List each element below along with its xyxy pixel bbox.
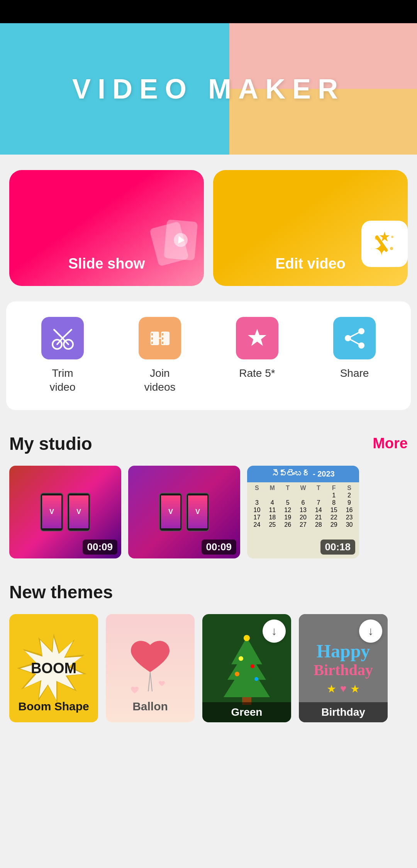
cal-day: F <box>326 485 341 492</box>
tool-share[interactable]: Share <box>333 317 376 395</box>
new-themes-section: New themes BOOM Boom Shape <box>0 566 417 730</box>
cal-cell <box>280 492 295 499</box>
theme-boom[interactable]: BOOM Boom Shape <box>9 614 98 722</box>
cal-cell: 27 <box>296 521 311 528</box>
svg-rect-17 <box>162 333 163 335</box>
svg-line-10 <box>54 330 63 338</box>
phone-screen-1: V <box>42 495 61 528</box>
ballon-label: Ballon <box>106 696 195 717</box>
themes-grid: BOOM Boom Shape <box>0 614 417 722</box>
my-studio-more[interactable]: More <box>373 435 408 452</box>
cal-cell: 24 <box>249 521 264 528</box>
status-bar <box>0 0 417 23</box>
svg-text:BOOM: BOOM <box>31 660 76 676</box>
birthday-text: Birthday <box>314 662 373 679</box>
my-studio-section: My studio More V V 00:09 <box>0 425 417 566</box>
star-deco-2: ★ <box>350 682 360 695</box>
cal-cell <box>249 492 264 499</box>
cal-cell: 8 <box>326 499 341 506</box>
play-triangle <box>178 236 185 244</box>
svg-line-25 <box>348 331 361 338</box>
studio-thumb-3[interactable]: సెప్టెంబర్ - 2023 S M T W T F S 1 2 <box>247 466 359 558</box>
tool-trim[interactable]: Trimvideo <box>41 317 84 395</box>
cal-cell: 7 <box>311 499 326 506</box>
phone-screen-4: V <box>188 495 207 528</box>
bottom-spacer <box>0 730 417 807</box>
cal-day: T <box>311 485 326 492</box>
cal-cell: 10 <box>249 507 264 514</box>
svg-text:✦: ✦ <box>374 239 389 259</box>
phone-4: V <box>186 493 209 531</box>
my-studio-header: My studio More <box>0 433 417 454</box>
phone-group-2: V V <box>159 493 209 531</box>
theme-ballon[interactable]: Ballon <box>106 614 195 722</box>
cal-cell: 29 <box>326 521 341 528</box>
join-label: Joinvideos <box>144 366 176 395</box>
slideshow-icon <box>154 221 204 267</box>
svg-line-30 <box>148 672 150 691</box>
svg-rect-13 <box>151 333 153 335</box>
theme-birthday[interactable]: Happy Birthday ★ ♥ ★ Birthday ↓ <box>299 614 388 722</box>
share-label: Share <box>340 366 369 380</box>
birthday-label: Birthday <box>299 702 388 722</box>
svg-line-11 <box>63 330 71 338</box>
thumb-1-duration: 00:09 <box>83 540 118 555</box>
star-deco: ★ <box>327 682 336 695</box>
hero-section: VIDEO MAKER <box>0 23 417 155</box>
edit-video-button[interactable]: ✦ Edit video <box>213 170 408 286</box>
cal-cell <box>296 492 311 499</box>
slideshow-label: Slide show <box>68 255 145 272</box>
page-front <box>164 220 198 261</box>
cal-cell: 3 <box>249 499 264 506</box>
cal-cell: 13 <box>296 507 311 514</box>
svg-point-37 <box>251 664 254 668</box>
svg-rect-19 <box>162 342 163 344</box>
tool-rate[interactable]: Rate 5* <box>236 317 278 395</box>
theme-green[interactable]: Green ↓ <box>202 614 291 722</box>
cal-cell: 11 <box>265 507 280 514</box>
cal-day: W <box>296 485 311 492</box>
cal-cell: 23 <box>342 514 357 521</box>
christmas-tree-icon <box>220 630 274 707</box>
tool-join[interactable]: Joinvideos <box>139 317 181 395</box>
studio-thumb-1[interactable]: V V 00:09 <box>9 466 121 558</box>
cal-cell: 4 <box>265 499 280 506</box>
cal-cell: 20 <box>296 514 311 521</box>
cal-cell: 26 <box>280 521 295 528</box>
birthday-decorations: ★ ♥ ★ <box>314 682 373 695</box>
boom-burst-icon: BOOM <box>17 631 90 705</box>
film-strip-icon <box>147 326 173 351</box>
rate-icon-box <box>236 317 278 359</box>
thumb-3-duration: 00:18 <box>320 540 356 555</box>
cal-day: T <box>280 485 295 492</box>
cal-cell: 1 <box>326 492 341 499</box>
green-download-button[interactable]: ↓ <box>263 620 286 643</box>
app-title: VIDEO MAKER <box>72 73 345 105</box>
cal-cell: 12 <box>280 507 295 514</box>
phone-1: V <box>40 493 63 531</box>
birthday-download-button[interactable]: ↓ <box>359 620 382 643</box>
slideshow-button[interactable]: Slide show <box>9 170 204 286</box>
balloon-icon <box>123 630 177 707</box>
cal-cell: 5 <box>280 499 295 506</box>
studio-thumb-2[interactable]: V V 00:09 <box>128 466 240 558</box>
my-studio-title: My studio <box>9 433 92 454</box>
quick-tools-row: Trimvideo Joinvideos Rate 5* <box>6 301 411 410</box>
share-icon <box>342 326 367 351</box>
cal-cell: 18 <box>265 514 280 521</box>
share-icon-box <box>333 317 376 359</box>
cal-cell: 9 <box>342 499 357 506</box>
phone-3: V <box>159 493 182 531</box>
cal-day: S <box>249 485 264 492</box>
svg-point-36 <box>239 656 243 661</box>
svg-rect-15 <box>151 342 153 344</box>
cal-header: సెప్టెంబర్ - 2023 <box>247 466 359 482</box>
green-download-icon: ↓ <box>271 625 277 638</box>
studio-thumbnails: V V 00:09 V V <box>0 466 417 558</box>
phone-screen-2: V <box>69 495 88 528</box>
rate-label: Rate 5* <box>239 366 275 380</box>
cal-cell: 16 <box>342 507 357 514</box>
cal-cell <box>265 492 280 499</box>
cal-cell: 22 <box>326 514 341 521</box>
cal-cell: 19 <box>280 514 295 521</box>
